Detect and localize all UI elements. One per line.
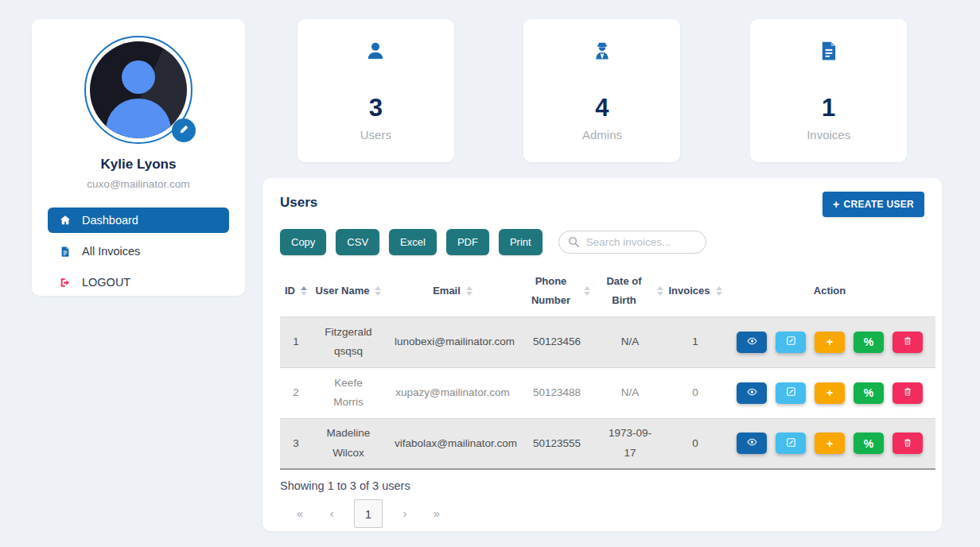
edit-icon bbox=[786, 336, 796, 348]
delete-user-button[interactable] bbox=[892, 382, 923, 404]
cell-dob: 1973-09-17 bbox=[593, 418, 667, 469]
view-user-button[interactable] bbox=[737, 332, 767, 353]
cell-user-name: Fitzgerald qsqsq bbox=[312, 316, 385, 367]
cell-user-name: Madeline Wilcox bbox=[312, 418, 385, 469]
file-invoice-icon bbox=[819, 38, 839, 64]
profile-email: cuxo@mailinator.com bbox=[32, 178, 245, 190]
table-row: 3 Madeline Wilcox vifabolax@mailinator.c… bbox=[280, 418, 935, 469]
sidebar-item-logout[interactable]: LOGOUT bbox=[48, 270, 229, 295]
sidebar-item-label: All Invoices bbox=[82, 245, 140, 258]
page-title: Users bbox=[280, 192, 317, 211]
sidebar-item-all-invoices[interactable]: All Invoices bbox=[48, 239, 229, 264]
stat-label: Admins bbox=[582, 128, 622, 142]
edit-user-button[interactable] bbox=[776, 382, 806, 404]
column-header-invoices[interactable]: Invoices bbox=[667, 266, 724, 316]
column-header-user-name[interactable]: User Name bbox=[312, 266, 385, 316]
excel-button[interactable]: Excel bbox=[389, 229, 437, 255]
action-buttons: + % bbox=[733, 382, 926, 404]
discount-button[interactable]: % bbox=[854, 433, 884, 454]
delete-user-button[interactable] bbox=[892, 433, 923, 454]
pdf-button[interactable]: PDF bbox=[446, 229, 489, 255]
trash-icon bbox=[903, 437, 912, 450]
stat-value: 1 bbox=[822, 95, 835, 120]
edit-user-button[interactable] bbox=[776, 433, 806, 454]
pagination-prev[interactable]: ‹ bbox=[322, 507, 341, 520]
sidebar-nav: Dashboard All Invoices bbox=[48, 208, 229, 295]
table-row: 1 Fitzgerald qsqsq lunobexi@mailinator.c… bbox=[280, 316, 935, 367]
column-header-phone[interactable]: Phone Number bbox=[520, 266, 593, 316]
users-panel: Users + CREATE USER Copy CSV Excel PDF P… bbox=[262, 178, 942, 531]
main-content: 3 Users 4 Admins bbox=[262, 19, 942, 531]
stat-value: 3 bbox=[369, 95, 383, 120]
sidebar-item-label: Dashboard bbox=[82, 214, 138, 227]
column-header-id[interactable]: ID bbox=[280, 266, 312, 316]
plus-icon: + bbox=[826, 387, 833, 398]
users-table: ID User Name Email bbox=[280, 266, 935, 470]
csv-button[interactable]: CSV bbox=[336, 229, 379, 255]
eye-icon bbox=[745, 436, 759, 450]
view-user-button[interactable] bbox=[737, 433, 767, 454]
search-icon bbox=[567, 235, 581, 252]
pagination-page-1[interactable]: 1 bbox=[354, 499, 383, 528]
discount-button[interactable]: % bbox=[854, 382, 884, 404]
stat-card-invoices: 1 Invoices bbox=[750, 19, 907, 162]
table-toolbar: Copy CSV Excel PDF Print bbox=[280, 229, 924, 255]
cell-invoices: 0 bbox=[667, 418, 724, 469]
cell-email: vifabolax@mailinator.com bbox=[385, 418, 520, 469]
stat-value: 4 bbox=[595, 95, 609, 120]
cell-id: 3 bbox=[280, 418, 312, 469]
plus-icon: + bbox=[826, 336, 833, 347]
action-buttons: + % bbox=[733, 433, 926, 454]
avatar-image bbox=[90, 41, 187, 138]
profile-name: Kylie Lyons bbox=[32, 157, 245, 173]
cell-id: 1 bbox=[280, 316, 312, 367]
avatar-edit-button[interactable] bbox=[172, 118, 196, 142]
plus-icon: + bbox=[826, 438, 833, 449]
cell-user-name: Keefe Morris bbox=[312, 367, 385, 418]
sort-icon bbox=[301, 286, 307, 296]
trash-icon bbox=[903, 336, 912, 348]
cell-id: 2 bbox=[280, 367, 312, 418]
column-header-dob[interactable]: Date of Birth bbox=[593, 266, 667, 316]
cell-email: xupazy@mailinator.com bbox=[385, 367, 520, 418]
add-invoice-button[interactable]: + bbox=[815, 433, 845, 454]
discount-button[interactable]: % bbox=[854, 332, 884, 353]
delete-user-button[interactable] bbox=[892, 332, 923, 353]
cell-email: lunobexi@mailinator.com bbox=[385, 316, 520, 367]
pagination-first[interactable]: « bbox=[290, 507, 309, 520]
create-user-button[interactable]: + CREATE USER bbox=[822, 192, 924, 217]
print-button[interactable]: Print bbox=[499, 229, 542, 255]
sidebar-item-label: LOGOUT bbox=[82, 276, 130, 289]
sort-icon bbox=[375, 286, 381, 296]
percent-icon: % bbox=[864, 387, 873, 398]
view-user-button[interactable] bbox=[737, 382, 767, 404]
copy-button[interactable]: Copy bbox=[280, 229, 326, 255]
avatar bbox=[84, 36, 192, 144]
edit-icon bbox=[786, 437, 796, 450]
edit-user-button[interactable] bbox=[776, 332, 806, 353]
table-header-row: ID User Name Email bbox=[280, 266, 935, 316]
add-invoice-button[interactable]: + bbox=[815, 382, 845, 404]
cell-phone: 50123456 bbox=[520, 316, 593, 367]
file-invoice-icon bbox=[59, 245, 72, 258]
percent-icon: % bbox=[864, 438, 873, 449]
sort-icon bbox=[716, 286, 722, 296]
panel-header: Users + CREATE USER bbox=[280, 192, 924, 217]
sidebar-item-dashboard[interactable]: Dashboard bbox=[48, 208, 229, 233]
stat-card-admins: 4 Admins bbox=[523, 19, 680, 162]
column-header-email[interactable]: Email bbox=[385, 266, 520, 316]
avatar-person-head bbox=[122, 60, 155, 94]
pagination-last[interactable]: » bbox=[427, 507, 446, 520]
sort-icon bbox=[584, 286, 590, 296]
pencil-icon bbox=[179, 123, 189, 138]
search-wrap bbox=[558, 231, 706, 254]
edit-icon bbox=[786, 386, 796, 399]
sign-out-icon bbox=[59, 276, 72, 289]
trash-icon bbox=[903, 386, 912, 399]
stat-label: Invoices bbox=[807, 128, 850, 142]
cell-dob: N/A bbox=[593, 316, 667, 367]
stat-label: Users bbox=[360, 128, 391, 142]
percent-icon: % bbox=[864, 336, 873, 347]
pagination-next[interactable]: › bbox=[395, 507, 414, 520]
add-invoice-button[interactable]: + bbox=[815, 332, 845, 353]
